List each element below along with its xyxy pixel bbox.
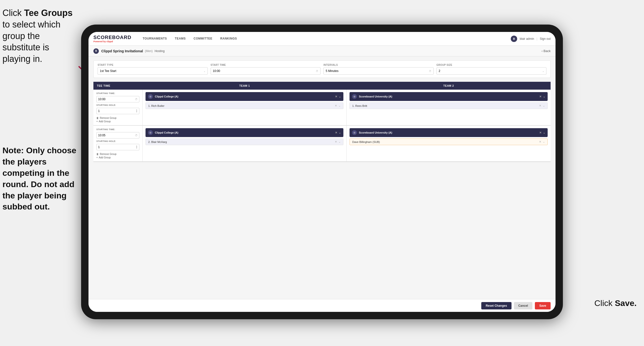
config-group-size: Group Size 2 ⌄	[436, 64, 547, 75]
time-clock-icon-2: ⏱	[135, 134, 138, 137]
team2-close-icon-2[interactable]: ✕	[539, 131, 542, 134]
add-group-btn-1[interactable]: + Add Group	[96, 120, 139, 123]
add-group-btn-2[interactable]: + Add Group	[96, 156, 139, 159]
table-header: Tee Time Team 1 Team 2	[94, 82, 550, 90]
team1-spin-icon-2[interactable]: ⌄	[339, 131, 341, 134]
click-save-bold: Save.	[615, 298, 637, 308]
sub-header: B Clippd Spring Invitational (Men) Hosti…	[88, 46, 556, 56]
config-start-time-input[interactable]: 10:00 ⏱	[211, 67, 321, 75]
player3-close-icon[interactable]: ✕	[335, 140, 337, 143]
starting-hole-input-1[interactable]: 1 ▲▼	[96, 108, 139, 114]
config-group-size-input[interactable]: 2 ⌄	[436, 67, 547, 75]
logo-powered: Powered by clippd	[94, 40, 131, 43]
team1-close-icon-2[interactable]: ✕	[335, 131, 337, 134]
team1-close-icon[interactable]: ✕	[335, 95, 337, 98]
starting-time-input-2[interactable]: 10:05 ⏱	[96, 132, 139, 138]
sign-out-link[interactable]: Sign out	[540, 37, 550, 40]
header-team1: Team 1	[142, 82, 346, 90]
tee-groups-bold: Tee Groups	[24, 8, 72, 18]
back-button[interactable]: Back	[542, 49, 550, 53]
player3-name: 2. Blair McHarg	[148, 140, 167, 143]
header-team2: Team 2	[346, 82, 550, 90]
player2-name: 1. Rees Britt	[352, 104, 367, 107]
player2-spin-icon[interactable]: ⌄	[543, 104, 545, 107]
logo-scoreboard: SCOREBOARD	[94, 35, 131, 40]
sub-player-close-icon[interactable]: ✕	[539, 140, 541, 143]
tee-group-sidebar-2: STARTING TIME: 10:05 ⏱ STARTING HOLE: 1 …	[94, 126, 142, 161]
nav-committee[interactable]: COMMITTEE	[190, 32, 216, 46]
instruction-suffix: to select which group the substitute is …	[2, 19, 60, 64]
click-save-label: Click Save.	[594, 298, 637, 308]
nav-teams[interactable]: TEAMS	[171, 32, 190, 46]
team2-name: Scoreboard University (A)	[359, 95, 392, 98]
group-actions-2: 🗑 Remove Group + Add Group	[96, 153, 139, 159]
team1-icon: ◎	[148, 94, 153, 99]
plus-icon-2: +	[96, 156, 98, 159]
sub-header-icon: B	[94, 48, 99, 54]
config-start-time: Start Time 10:00 ⏱	[211, 64, 321, 75]
config-intervals: Intervals 5 Minutes ⏱	[324, 64, 434, 75]
player-card-1-1[interactable]: 1. Rich Butler ✕ ⌄	[146, 102, 344, 109]
sub-player-card[interactable]: Dave Billingham (SUB) ✕ ⌄	[350, 138, 548, 145]
nav-rankings[interactable]: RANKINGS	[216, 32, 241, 46]
note-prefix: Note:	[2, 146, 26, 155]
sub-header-title: Clippd Spring Invitational	[101, 49, 143, 53]
instruction-text: Click Tee Groups to select which group t…	[2, 7, 79, 65]
team1-name-2: Clippd College (A)	[155, 131, 178, 134]
player1-close-icon[interactable]: ✕	[335, 104, 337, 107]
team2-card-left: ◎ Scoreboard University (A)	[352, 94, 392, 99]
team2-col-2: ◎ Scoreboard University (A) ✕ ⌄ Dave Bil…	[346, 126, 550, 161]
team2-card-actions: ✕ ⌄	[539, 95, 545, 98]
team2-col-1: ◎ Scoreboard University (A) ✕ ⌄ 1. Rees …	[346, 90, 550, 125]
team2-icon-2: ◎	[352, 130, 357, 135]
remove-group-btn-1[interactable]: 🗑 Remove Group	[96, 117, 139, 119]
navbar: SCOREBOARD Powered by clippd TOURNAMENTS…	[88, 32, 556, 46]
sub-player-spin-icon[interactable]: ⌄	[543, 140, 545, 143]
starting-time-input-1[interactable]: 10:00 ⏱	[96, 96, 139, 102]
team1-card-actions: ✕ ⌄	[335, 95, 341, 98]
config-intervals-input[interactable]: 5 Minutes ⏱	[324, 67, 434, 75]
header-tee-time: Tee Time	[94, 82, 142, 90]
team1-card-2[interactable]: ◎ Clippd College (A) ✕ ⌄	[146, 128, 344, 137]
starting-time-label-1: STARTING TIME:	[96, 92, 139, 94]
team1-spin-icon[interactable]: ⌄	[339, 95, 341, 98]
header-row: Tee Time Team 1 Team 2	[94, 82, 550, 90]
click-save-prefix: Click	[594, 298, 615, 308]
player2-close-icon[interactable]: ✕	[539, 104, 541, 107]
remove-group-btn-2[interactable]: 🗑 Remove Group	[96, 153, 139, 155]
nav-tournaments[interactable]: TOURNAMENTS	[139, 32, 171, 46]
player-card-2-1[interactable]: 1. Rees Britt ✕ ⌄	[350, 102, 548, 109]
team2-close-icon[interactable]: ✕	[539, 95, 542, 98]
avatar: B	[511, 36, 517, 42]
team1-icon-2: ◎	[148, 130, 153, 135]
player1-spin-icon[interactable]: ⌄	[338, 104, 341, 107]
content-area: Start Type 1st Tee Start ⌄ Start Time 10…	[88, 56, 556, 299]
tee-group-row-2: STARTING TIME: 10:05 ⏱ STARTING HOLE: 1 …	[94, 126, 550, 162]
save-button[interactable]: Save	[535, 302, 550, 310]
tee-group-row: STARTING TIME: 10:00 ⏱ STARTING HOLE: 1 …	[94, 90, 550, 126]
reset-changes-button[interactable]: Reset Changes	[481, 302, 512, 310]
note-text: Note: Only choose the players competing …	[2, 145, 84, 212]
starting-hole-input-2[interactable]: 1 ▲▼	[96, 144, 139, 150]
team1-card-1[interactable]: ◎ Clippd College (A) ✕ ⌄	[146, 92, 344, 101]
tee-table: Tee Time Team 1 Team 2 STARTING TIME: 10…	[94, 82, 550, 172]
team2-card-2[interactable]: ◎ Scoreboard University (A) ✕ ⌄	[350, 128, 548, 137]
team2-card-left-2: ◎ Scoreboard University (A)	[352, 130, 392, 135]
sub-header-badge: (Men)	[145, 49, 153, 53]
team2-spin-icon-2[interactable]: ⌄	[543, 131, 545, 134]
start-config: Start Type 1st Tee Start ⌄ Start Time 10…	[94, 60, 550, 78]
team2-spin-icon[interactable]: ⌄	[543, 95, 545, 98]
cancel-button[interactable]: Cancel	[514, 302, 532, 310]
team2-card-1[interactable]: ◎ Scoreboard University (A) ✕ ⌄	[350, 92, 548, 101]
player-card-1-2[interactable]: 2. Blair McHarg ✕ ⌄	[146, 138, 344, 145]
config-start-type-input[interactable]: 1st Tee Start ⌄	[98, 67, 208, 75]
config-start-time-label: Start Time	[211, 64, 321, 66]
config-intervals-label: Intervals	[324, 64, 434, 66]
user-name: blair admin	[520, 37, 534, 40]
group-actions-1: 🗑 Remove Group + Add Group	[96, 117, 139, 123]
bottom-bar: Reset Changes Cancel Save	[88, 299, 556, 312]
tablet-screen: SCOREBOARD Powered by clippd TOURNAMENTS…	[88, 32, 556, 312]
player3-spin-icon[interactable]: ⌄	[338, 140, 341, 143]
spin-buttons-2: ▲▼	[136, 145, 138, 149]
team2-icon: ◎	[352, 94, 357, 99]
